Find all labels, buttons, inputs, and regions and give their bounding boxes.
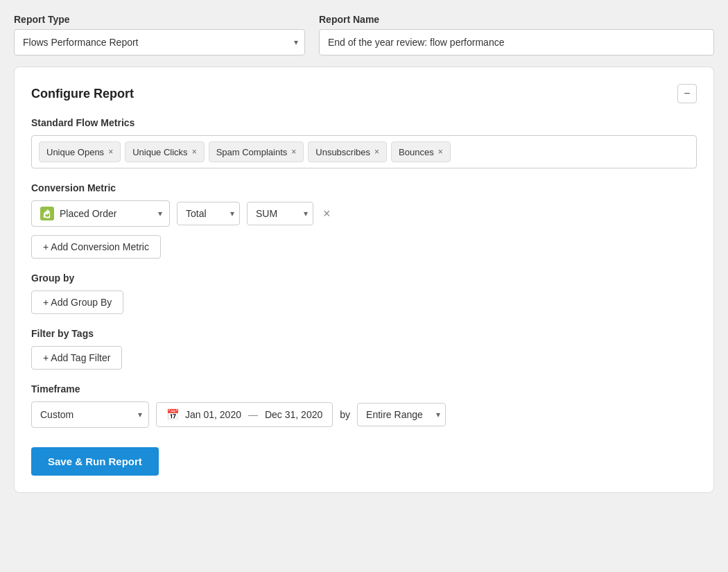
entire-range-select[interactable]: Entire Range Day Week Month [357, 403, 446, 426]
conversion-row: Placed Order ▾ Total Unique ▾ SUM AVG [31, 200, 697, 227]
collapse-icon: − [684, 87, 690, 100]
report-name-input[interactable] [319, 29, 714, 55]
top-row: Report Type Flows Performance Report ▾ R… [14, 14, 714, 55]
add-conversion-metric-button[interactable]: + Add Conversion Metric [31, 235, 161, 259]
save-run-report-button[interactable]: Save & Run Report [31, 447, 159, 476]
add-tag-filter-button[interactable]: + Add Tag Filter [31, 346, 122, 370]
sum-select-wrapper: SUM AVG COUNT ▾ [247, 202, 313, 225]
report-type-select[interactable]: Flows Performance Report [14, 29, 305, 55]
date-start: Jan 01, 2020 [185, 409, 241, 420]
remove-conversion-button[interactable]: × [320, 207, 333, 220]
tag-spam-complaints-close[interactable]: × [291, 148, 296, 156]
tag-unique-clicks-close[interactable]: × [192, 148, 197, 156]
card-header: Configure Report − [31, 84, 697, 103]
tag-unique-clicks: Unique Clicks × [125, 141, 205, 162]
tag-bounces-close[interactable]: × [438, 148, 443, 156]
conversion-metric-section: Conversion Metric Placed Order ▾ [31, 182, 697, 259]
tag-unsubscribes-close[interactable]: × [374, 148, 379, 156]
by-label: by [340, 409, 350, 420]
filter-tags-section: Filter by Tags + Add Tag Filter [31, 328, 697, 370]
calendar-icon: 📅 [166, 408, 180, 421]
date-end: Dec 31, 2020 [265, 409, 322, 420]
standard-metrics-section: Standard Flow Metrics Unique Opens × Uni… [31, 117, 697, 168]
metrics-tags-container: Unique Opens × Unique Clicks × Spam Comp… [31, 135, 697, 168]
report-type-label: Report Type [14, 14, 305, 25]
report-name-group: Report Name [319, 14, 714, 55]
tag-unique-opens-close[interactable]: × [108, 148, 113, 156]
sum-select[interactable]: SUM AVG COUNT [247, 202, 313, 225]
configure-report-title: Configure Report [31, 87, 134, 101]
tag-spam-complaints: Spam Complaints × [209, 141, 304, 162]
shopify-icon [40, 207, 54, 220]
tag-bounces: Bounces × [391, 141, 451, 162]
tag-unique-clicks-label: Unique Clicks [132, 147, 187, 157]
placed-order-text: Placed Order [60, 208, 144, 219]
tag-unsubscribes-label: Unsubscribes [315, 147, 370, 157]
standard-metrics-label: Standard Flow Metrics [31, 117, 697, 128]
timeframe-label: Timeframe [31, 383, 697, 395]
conversion-metric-label: Conversion Metric [31, 182, 697, 193]
tag-bounces-label: Bounces [399, 147, 434, 157]
total-select[interactable]: Total Unique [177, 202, 240, 225]
filter-tags-label: Filter by Tags [31, 328, 697, 339]
timeframe-row: Custom Last 7 Days Last 30 Days Last 90 … [31, 401, 697, 428]
tag-spam-complaints-label: Spam Complaints [216, 147, 288, 157]
collapse-button[interactable]: − [677, 84, 697, 103]
entire-range-wrapper: Entire Range Day Week Month ▾ [357, 403, 446, 426]
tag-unique-opens: Unique Opens × [39, 141, 121, 162]
report-type-select-wrapper: Flows Performance Report ▾ [14, 29, 305, 55]
timeframe-select[interactable]: Custom Last 7 Days Last 30 Days Last 90 … [31, 401, 149, 428]
placed-order-chevron-icon: ▾ [158, 209, 162, 218]
tag-unsubscribes: Unsubscribes × [308, 141, 387, 162]
placed-order-select[interactable]: Placed Order ▾ [31, 200, 170, 227]
report-name-label: Report Name [319, 14, 714, 25]
timeframe-section: Timeframe Custom Last 7 Days Last 30 Day… [31, 383, 697, 428]
group-by-label: Group by [31, 272, 697, 284]
date-dash: — [248, 409, 258, 420]
tag-unique-opens-label: Unique Opens [46, 147, 104, 157]
page-wrapper: Report Type Flows Performance Report ▾ R… [0, 0, 728, 572]
timeframe-select-wrapper: Custom Last 7 Days Last 30 Days Last 90 … [31, 401, 149, 428]
total-select-wrapper: Total Unique ▾ [177, 202, 240, 225]
group-by-section: Group by + Add Group By [31, 272, 697, 314]
add-group-by-button[interactable]: + Add Group By [31, 291, 123, 314]
configure-card: Configure Report − Standard Flow Metrics… [14, 67, 714, 493]
report-type-group: Report Type Flows Performance Report ▾ [14, 14, 305, 55]
date-range-box[interactable]: 📅 Jan 01, 2020 — Dec 31, 2020 [156, 402, 333, 427]
